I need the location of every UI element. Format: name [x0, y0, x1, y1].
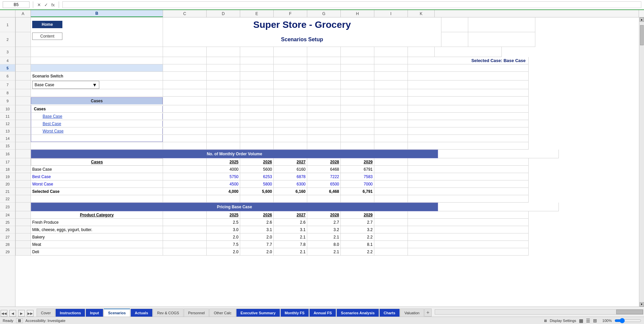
tab-add-button[interactable]: +: [424, 309, 432, 317]
cell-c17: [163, 158, 207, 166]
row-num-18[interactable]: 18: [0, 166, 15, 173]
col-header-c[interactable]: C: [163, 10, 207, 17]
cell-b5[interactable]: [31, 64, 163, 72]
row-num-3[interactable]: 3: [0, 47, 15, 57]
tab-instructions[interactable]: Instructions: [55, 309, 85, 317]
row-num-9[interactable]: 9: [0, 97, 15, 105]
cell-g19: 7222: [307, 173, 341, 180]
tab-personnel[interactable]: Personnel: [184, 309, 209, 317]
formula-input[interactable]: [62, 1, 641, 8]
view-layout-icon[interactable]: ☰: [586, 318, 590, 323]
cell-g12: [307, 120, 341, 127]
tab-cover[interactable]: Cover: [37, 309, 55, 317]
tab-nav-first[interactable]: ◀◀: [1, 310, 7, 317]
case-best-link[interactable]: Best Case: [37, 121, 66, 127]
tab-executive-summary[interactable]: Executive Summary: [236, 309, 280, 317]
row-num-11[interactable]: 11: [0, 113, 15, 120]
row-num-26[interactable]: 26: [0, 226, 15, 233]
col-header-k[interactable]: K: [408, 10, 435, 17]
cell-reference[interactable]: B5: [3, 1, 30, 8]
col-header-i[interactable]: I: [374, 10, 408, 17]
row-num-19[interactable]: 19: [0, 173, 15, 180]
cell-b24: Product Category: [31, 211, 163, 219]
row-num-1[interactable]: 1: [0, 17, 15, 32]
tab-nav-next[interactable]: ▶: [18, 310, 25, 317]
hscroll-track[interactable]: [435, 309, 643, 315]
row-num-10[interactable]: 10: [0, 105, 15, 113]
row-num-28[interactable]: 28: [0, 241, 15, 248]
row-num-6[interactable]: 6: [0, 72, 15, 80]
row-num-4[interactable]: 4: [0, 57, 15, 64]
tab-nav-last[interactable]: ▶▶: [27, 310, 34, 317]
row-num-27[interactable]: 27: [0, 233, 15, 241]
tab-input[interactable]: Input: [86, 309, 103, 317]
tab-actuals[interactable]: Actuals: [130, 309, 153, 317]
cell-c19: [163, 173, 207, 180]
pricing-col-hdr-cat: Product Category: [80, 213, 114, 217]
cancel-formula-icon[interactable]: ✕: [37, 2, 42, 8]
row-num-16[interactable]: 16: [0, 150, 15, 158]
cell-i22: [374, 195, 408, 203]
tab-scenarios-analysis[interactable]: Scenarios Analysis: [336, 309, 379, 317]
confirm-formula-icon[interactable]: ✓: [44, 2, 49, 8]
row-num-5[interactable]: 5: [0, 64, 15, 72]
row-num-23[interactable]: 23: [0, 203, 15, 211]
cell-i5: [374, 64, 408, 72]
scroll-down-btn[interactable]: ▼: [640, 302, 644, 307]
row19-2026: 6253: [263, 174, 272, 179]
cell-a8: [15, 89, 31, 97]
row-num-12[interactable]: 12: [0, 120, 15, 127]
display-settings-icon[interactable]: 🖥: [543, 319, 547, 323]
scenario-dropdown[interactable]: Base Case ▼: [32, 81, 99, 89]
row-num-2[interactable]: 2: [0, 32, 15, 47]
row27-label: Bakery: [32, 235, 45, 239]
col-header-h[interactable]: H: [341, 10, 374, 17]
cell-f19: 6878: [274, 173, 307, 180]
cell-g24: 2028: [307, 211, 341, 219]
view-page-break-icon[interactable]: ⊞: [593, 318, 597, 323]
row-num-20[interactable]: 20: [0, 180, 15, 188]
row-num-25[interactable]: 25: [0, 219, 15, 226]
tab-rev-cogs[interactable]: Rev & COGS: [153, 309, 183, 317]
tab-valuation[interactable]: Valuation: [400, 309, 424, 317]
col-header-b[interactable]: B: [31, 10, 163, 17]
row-num-13[interactable]: 13: [0, 127, 15, 135]
row-num-15[interactable]: 15: [0, 142, 15, 150]
scroll-up-btn[interactable]: ▲: [640, 17, 644, 22]
hscroll-thumb[interactable]: [616, 310, 643, 314]
col-header-a[interactable]: A: [15, 10, 31, 17]
scrollbar-thumb[interactable]: [640, 25, 644, 45]
cell-i21: [374, 188, 408, 195]
col-header-e[interactable]: E: [240, 10, 274, 17]
tab-charts[interactable]: Charts: [379, 309, 400, 317]
col-header-f[interactable]: F: [274, 10, 307, 17]
tab-annual-fs[interactable]: Annual FS: [309, 309, 336, 317]
zoom-slider[interactable]: [614, 318, 641, 323]
home-button[interactable]: Home: [32, 21, 62, 28]
scrollbar-track[interactable]: [640, 22, 644, 302]
col-header-g[interactable]: G: [307, 10, 341, 17]
content-button[interactable]: Content: [32, 33, 62, 40]
row-num-21[interactable]: 21: [0, 188, 15, 195]
case-base-link[interactable]: Base Case: [37, 113, 68, 119]
row-num-29[interactable]: 29: [0, 248, 15, 256]
tab-scenarios[interactable]: Scenarios: [104, 309, 130, 317]
row-num-24[interactable]: 24: [0, 211, 15, 219]
tab-other-calc[interactable]: Other Calc: [209, 309, 236, 317]
row-num-14[interactable]: 14: [0, 135, 15, 142]
tab-nav-prev[interactable]: ◀: [9, 310, 16, 317]
row-num-7[interactable]: 7: [0, 80, 15, 89]
cell-d13: [207, 127, 240, 135]
row-num-17[interactable]: 17: [0, 158, 15, 166]
case-worst-link[interactable]: Worst Case: [37, 128, 69, 134]
insert-function-icon[interactable]: fx: [51, 2, 55, 8]
col-header-d[interactable]: D: [207, 10, 240, 17]
view-normal-icon[interactable]: ▦: [579, 318, 583, 323]
row-num-8[interactable]: 8: [0, 89, 15, 97]
tab-monthly-fs[interactable]: Monthly FS: [280, 309, 309, 317]
row-num-22[interactable]: 22: [0, 195, 15, 203]
cell-f11: [274, 113, 307, 120]
cell-i15: [374, 142, 408, 150]
cell-c20: [163, 180, 207, 188]
row20-2028: 6500: [330, 182, 339, 186]
